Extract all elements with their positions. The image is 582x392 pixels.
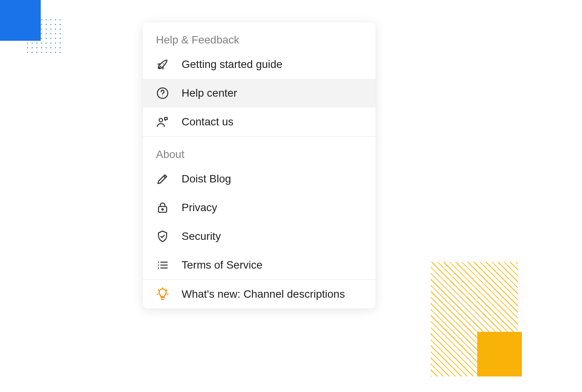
decor-yellow-square [477,332,522,376]
lock-icon [154,199,171,216]
bulb-icon [154,286,171,302]
item-help-center[interactable]: Help center [143,79,376,108]
item-contact-us[interactable]: Contact us [143,108,376,136]
svg-point-2 [159,118,163,122]
shield-icon [154,228,171,245]
svg-point-7 [158,267,159,269]
pencil-icon [154,171,171,187]
item-terms[interactable]: Terms of Service [143,251,376,279]
rocket-icon [154,56,171,73]
section-title-about: About [143,137,376,165]
contact-icon [154,114,171,130]
item-label: Getting started guide [182,58,282,71]
item-whats-new[interactable]: What's new: Channel descriptions [143,280,376,309]
section-title-help: Help & Feedback [143,22,376,50]
help-icon [154,85,171,101]
item-label: Help center [182,87,237,99]
item-label: Privacy [182,201,217,214]
svg-point-5 [158,262,159,263]
item-label: What's new: Channel descriptions [182,288,345,300]
item-privacy[interactable]: Privacy [143,193,376,222]
item-getting-started[interactable]: Getting started guide [143,50,376,79]
svg-point-1 [162,96,163,97]
item-label: Doist Blog [182,173,231,185]
svg-point-4 [162,209,163,210]
svg-rect-3 [159,206,167,212]
list-icon [154,257,171,273]
item-label: Contact us [182,116,234,128]
item-blog[interactable]: Doist Blog [143,165,376,193]
item-label: Terms of Service [182,259,263,271]
item-security[interactable]: Security [143,222,376,251]
decor-blue-dots [25,17,62,54]
help-feedback-menu: Help & Feedback Getting started guide He… [143,22,376,309]
item-label: Security [182,230,221,243]
svg-point-6 [158,265,159,266]
